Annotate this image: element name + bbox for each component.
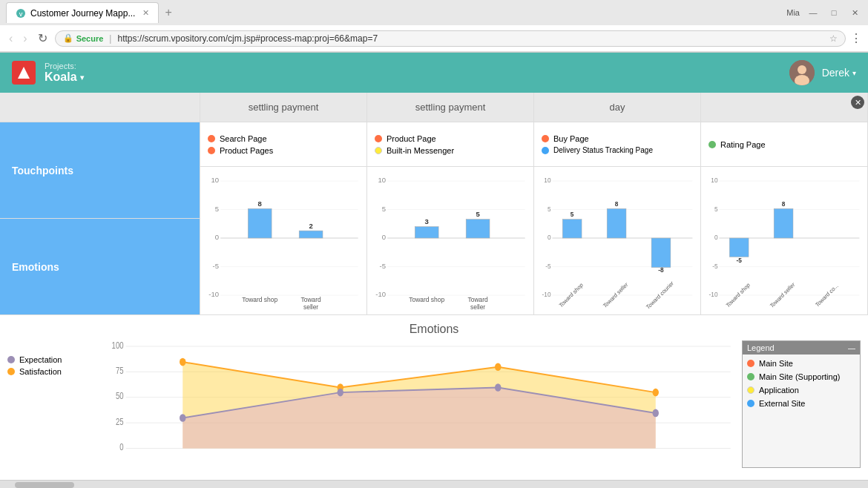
svg-text:0: 0 [119,442,123,452]
legend-minimize-button[interactable]: — [848,344,855,352]
external-site-dot [747,400,754,407]
svg-text:-10: -10 [709,291,718,299]
svg-text:5: 5 [714,205,718,213]
stage-4-header: ✕ [701,93,867,122]
right-legend: Legend — Main Site Main Site (Supporting… [742,340,861,468]
touchpoint-dot [708,141,716,148]
touchpoint-dot [375,147,382,154]
expectation-legend: Expectation [7,355,96,364]
tab-close-button[interactable]: ✕ [142,8,149,18]
bar-chart-svg-1: 10 5 0 -5 -10 8 [205,173,362,311]
header-right: Derek ▾ [789,60,856,85]
stage-3-chart: 10 5 0 -5 -10 5 [534,167,700,314]
project-info: Projects: Koala ▾ [45,62,84,84]
touchpoint-item: Rating Page [708,140,860,149]
svg-text:0: 0 [382,233,387,241]
bookmark-button[interactable]: ☆ [829,33,838,44]
svg-point-93 [338,389,344,397]
forward-button[interactable]: › [20,30,30,47]
svg-text:8: 8 [615,200,619,208]
svg-point-89 [495,363,502,371]
close-button[interactable]: ✕ [847,8,862,18]
svg-rect-35 [466,220,490,238]
svg-rect-54 [651,238,671,268]
stage-col-1: settling payment Search Page Product Pag… [200,93,367,314]
address-bar[interactable]: 🔒 Secure | https://scrum.vpository.com/c… [55,30,846,47]
legend-entry-main-site: Main Site [747,359,855,368]
extensions-button[interactable]: ⋮ [850,31,862,45]
main-site-supporting-dot [747,373,754,380]
svg-text:5: 5 [571,211,574,219]
chrome-user-label: Mia [786,8,800,17]
url-text: https://scrum.vpository.com/cjm.jsp#proc… [117,33,823,44]
svg-text:25: 25 [116,417,124,426]
stage-1-chart: 10 5 0 -5 -10 8 [200,167,366,314]
emotions-chart-title: Emotions [7,323,861,336]
svg-rect-71 [774,208,793,238]
journey-map: Touchpoints Emotions settling payment Se… [0,93,868,315]
nav-bar: ‹ › ↻ 🔒 Secure | https://scrum.vpository… [0,25,868,52]
main-site-supporting-label: Main Site (Supporting) [759,372,840,381]
expectation-dot [7,356,15,363]
stage-3-touchpoints: Buy Page Delivery Status Tracking Page [534,122,700,167]
tab-title: Customer Journey Mapp... [30,8,135,19]
main-site-label: Main Site [759,359,793,368]
stage-4-touchpoints: Rating Page [701,122,867,167]
svg-text:5: 5 [548,205,551,213]
svg-text:-8: -8 [658,266,663,274]
svg-text:Toward: Toward [467,296,487,303]
line-chart-svg: 100 75 50 25 0 [104,340,734,468]
svg-point-94 [495,383,502,392]
minimize-button[interactable]: — [806,8,821,17]
left-panel-top-empty [0,93,200,122]
back-button[interactable]: ‹ [6,30,16,47]
stage-4-chart: 10 5 0 -5 -10 -5 [701,167,867,314]
svg-text:2: 2 [309,222,313,230]
touchpoint-dot [208,135,215,142]
stage-col-4: ✕ Rating Page 10 5 0 -5 -10 [701,93,868,314]
emotions-section: Emotions Expectation Satisfaction 100 75 [0,315,868,480]
external-site-label: External Site [759,399,805,408]
app-header: Projects: Koala ▾ Derek ▾ [0,53,868,93]
refresh-button[interactable]: ↻ [35,30,50,47]
touchpoint-dot [542,135,549,142]
stage-close-button[interactable]: ✕ [851,96,864,109]
tab-favicon: V [16,8,26,19]
svg-text:-5: -5 [380,262,386,270]
avatar [789,60,815,85]
touchpoint-item: Product Page [375,134,526,143]
new-tab-button[interactable]: + [159,3,177,22]
stage-1-header: settling payment [200,93,366,122]
projects-label: Projects: [45,62,84,70]
svg-point-90 [653,389,660,397]
stage-col-2: settling payment Product Page Built-in M… [367,93,534,314]
secure-label: Secure [76,34,104,43]
emotions-label: Emotions [0,219,200,314]
svg-text:8: 8 [258,200,263,208]
maximize-button[interactable]: □ [826,8,841,17]
svg-text:0: 0 [714,234,718,242]
touchpoint-dot [208,147,215,154]
project-name-button[interactable]: Koala ▾ [45,70,84,84]
svg-rect-18 [299,231,323,238]
svg-text:5: 5 [215,205,219,213]
svg-text:-10: -10 [542,291,551,299]
application-label: Application [759,386,799,395]
svg-point-87 [180,358,186,366]
svg-text:V: V [19,11,23,16]
svg-text:seller: seller [470,303,485,311]
touchpoint-dot [542,147,549,154]
svg-text:seller: seller [303,303,318,311]
svg-text:75: 75 [116,366,124,375]
touchpoints-label: Touchpoints [0,122,200,219]
browser-tab[interactable]: V Customer Journey Mapp... ✕ [6,2,159,23]
svg-point-92 [180,414,186,422]
svg-text:0: 0 [215,233,220,241]
user-name-button[interactable]: Derek ▾ [822,67,856,79]
horizontal-scrollbar[interactable] [0,480,868,488]
svg-text:-5: -5 [213,262,219,270]
svg-text:-5: -5 [545,262,550,270]
svg-text:50: 50 [116,391,124,400]
scrollbar-thumb[interactable] [15,482,74,488]
svg-rect-50 [562,220,582,238]
